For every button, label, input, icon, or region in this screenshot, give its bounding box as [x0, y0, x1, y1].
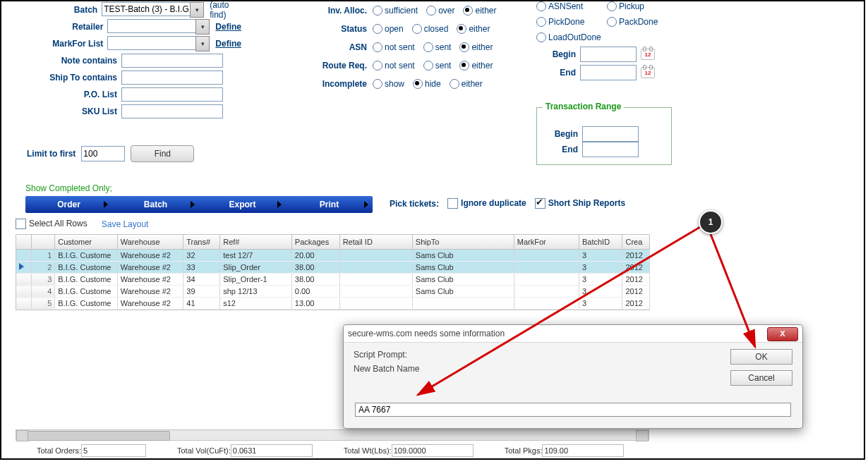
- packdone-radio[interactable]: [607, 17, 617, 27]
- limit-row: Limit to first Find: [27, 145, 194, 162]
- chevron-right-icon: [364, 201, 368, 208]
- batch-dropdown-icon[interactable]: ▾: [190, 2, 204, 18]
- col-retailid[interactable]: Retail ID: [339, 235, 412, 250]
- limit-input[interactable]: [81, 146, 125, 161]
- table-row[interactable]: 5B.I.G. CustomeWarehouse #241s1213.00320…: [16, 298, 650, 310]
- end-date-input[interactable]: [580, 65, 637, 80]
- route-label: Route Req.: [301, 61, 373, 71]
- select-all-rows-checkbox[interactable]: Select All Rows: [16, 219, 88, 229]
- col-warehouse[interactable]: Warehouse: [117, 235, 183, 250]
- menu-batch[interactable]: Batch: [112, 200, 199, 209]
- ignore-duplicate-checkbox[interactable]: Ignore duplicate: [447, 198, 526, 209]
- col-customer[interactable]: Customer: [55, 235, 118, 250]
- trx-end-input[interactable]: [582, 142, 639, 157]
- col-markfor[interactable]: MarkFor: [514, 235, 579, 250]
- retailer-input[interactable]: [107, 19, 196, 33]
- total-pkgs-label: Total Pkgs:: [505, 446, 543, 455]
- menu-order[interactable]: Order: [25, 200, 112, 209]
- auto-find-link[interactable]: (auto find): [210, 0, 241, 20]
- menu-print[interactable]: Print: [286, 200, 373, 209]
- col-batchid[interactable]: BatchID: [579, 235, 622, 250]
- po-input[interactable]: [121, 87, 223, 102]
- pickup-radio[interactable]: [607, 1, 617, 11]
- batch-input[interactable]: [102, 2, 191, 16]
- inv_alloc-over-radio[interactable]: over: [426, 6, 454, 16]
- script-prompt-dialog: secure-wms.com needs some information X …: [343, 324, 803, 429]
- retailer-define-link[interactable]: Define: [215, 22, 241, 32]
- col-ref[interactable]: Ref#: [220, 235, 292, 250]
- limit-label: Limit to first: [27, 149, 76, 159]
- filters-mid-panel: Inv. Alloc.sufficientovereitherStatusope…: [301, 1, 519, 93]
- calendar-icon[interactable]: [641, 47, 655, 61]
- find-button[interactable]: Find: [131, 145, 194, 162]
- table-row[interactable]: 2B.I.G. CustomeWarehouse #233Slip_Order3…: [16, 262, 650, 274]
- annotation-callout-1: 1: [699, 210, 723, 234]
- total-orders-label: Total Orders:: [37, 446, 81, 455]
- table-row[interactable]: 1B.I.G. CustomeWarehouse #232test 12/720…: [16, 250, 650, 262]
- asn-notsent-radio[interactable]: not sent: [373, 42, 415, 52]
- total-wt-value: [392, 444, 474, 457]
- grid-options-row: Select All Rows Save Layout: [16, 219, 148, 229]
- sku-input[interactable]: [121, 104, 223, 118]
- asnsent-label: ASNSent: [548, 1, 583, 11]
- inv_alloc-sufficient-radio[interactable]: sufficient: [373, 6, 418, 16]
- total-pkgs-value: [542, 444, 624, 457]
- show-completed-text[interactable]: Show Completed Only;: [25, 183, 112, 193]
- inv_alloc-either-radio[interactable]: either: [463, 6, 496, 16]
- menu-export[interactable]: Export: [199, 200, 286, 209]
- incomplete-show-radio[interactable]: show: [373, 79, 404, 89]
- dialog-ok-button[interactable]: OK: [730, 349, 792, 365]
- dialog-prompt-input[interactable]: [355, 403, 791, 417]
- markfor-label: MarkFor List: [1, 39, 107, 49]
- retailer-dropdown-icon[interactable]: ▾: [195, 19, 210, 35]
- packdone-label: PackDone: [619, 17, 658, 27]
- route-notsent-radio[interactable]: not sent: [373, 61, 415, 71]
- grid-horizontal-scrollbar[interactable]: [16, 429, 649, 441]
- calendar-icon[interactable]: [641, 66, 655, 80]
- transaction-range-legend: Transaction Range: [543, 102, 624, 111]
- trx-begin-input[interactable]: [582, 126, 639, 142]
- note-label: Note contains: [1, 56, 121, 66]
- chevron-right-icon: [191, 201, 195, 208]
- asnsent-radio[interactable]: [536, 1, 546, 11]
- col-shipto[interactable]: ShipTo: [412, 235, 514, 250]
- pickdone-radio[interactable]: [536, 17, 546, 27]
- total-wt-label: Total Wt(Lbs):: [344, 446, 392, 455]
- route-either-radio[interactable]: either: [459, 61, 493, 71]
- dialog-prompt-sublabel: New Batch Name: [354, 364, 792, 374]
- route-sent-radio[interactable]: sent: [423, 61, 452, 71]
- save-layout-link[interactable]: Save Layout: [102, 219, 149, 229]
- status-either-radio[interactable]: either: [457, 24, 490, 34]
- total-vol-value: [231, 444, 313, 457]
- begin-date-input[interactable]: [580, 47, 637, 62]
- table-row[interactable]: 4B.I.G. CustomeWarehouse #239shp 12/130.…: [16, 286, 650, 298]
- status-label: Status: [301, 24, 373, 34]
- incomplete-either-radio[interactable]: either: [450, 79, 483, 89]
- po-label: P.O. List: [1, 90, 121, 99]
- table-row[interactable]: 3B.I.G. CustomeWarehouse #234Slip_Order-…: [16, 274, 650, 286]
- status-open-radio[interactable]: open: [373, 24, 404, 34]
- asn-sent-radio[interactable]: sent: [423, 42, 452, 52]
- col-packages[interactable]: Packages: [291, 235, 339, 250]
- markfor-input[interactable]: [107, 36, 196, 50]
- retailer-label: Retailer: [1, 22, 107, 32]
- markfor-dropdown-icon[interactable]: ▾: [195, 36, 210, 51]
- loadout-radio[interactable]: [536, 32, 546, 42]
- dialog-cancel-button[interactable]: Cancel: [730, 370, 792, 386]
- incomplete-hide-radio[interactable]: hide: [413, 79, 441, 89]
- pick-tickets-label: Pick tickets:: [390, 199, 439, 209]
- dialog-close-button[interactable]: X: [767, 327, 798, 341]
- asn-either-radio[interactable]: either: [459, 42, 493, 52]
- inv_alloc-label: Inv. Alloc.: [301, 6, 373, 16]
- shipto-label: Ship To contains: [1, 73, 121, 83]
- total-vol-label: Total Vol(CuFt):: [177, 446, 231, 455]
- trx-end-label: End: [543, 145, 582, 154]
- note-input[interactable]: [121, 54, 223, 68]
- markfor-define-link[interactable]: Define: [215, 39, 241, 49]
- status-closed-radio[interactable]: closed: [412, 24, 449, 34]
- col-crea[interactable]: Crea: [622, 235, 650, 250]
- col-trans[interactable]: Trans#: [183, 235, 220, 250]
- shipto-input[interactable]: [121, 71, 223, 85]
- action-menubar: OrderBatchExportPrint: [25, 196, 373, 213]
- short-ship-checkbox[interactable]: Short Ship Reports: [535, 198, 625, 209]
